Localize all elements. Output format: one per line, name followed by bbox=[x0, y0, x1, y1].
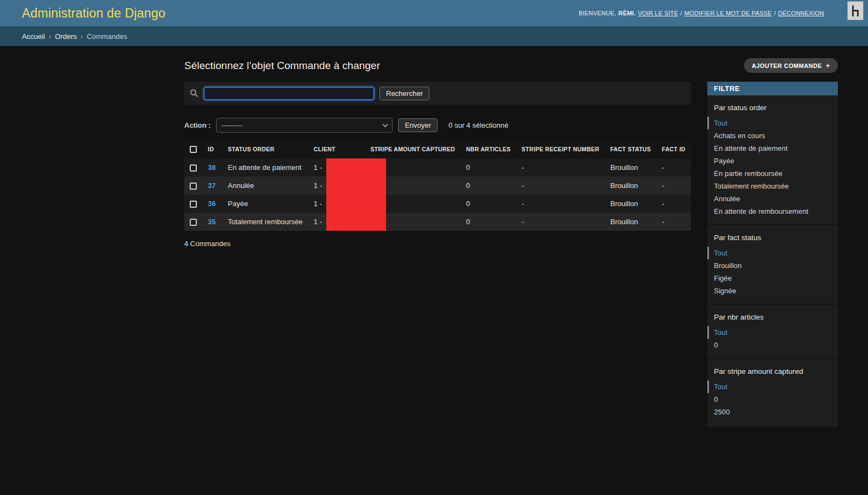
breadcrumb-current: Commandes bbox=[87, 32, 127, 41]
filter-option[interactable]: En attente de remboursement bbox=[707, 205, 838, 218]
filter-option[interactable]: Signée bbox=[707, 285, 838, 297]
stripe-receipt-cell: - bbox=[516, 213, 605, 231]
order-id-link[interactable]: 38 bbox=[208, 163, 215, 172]
breadcrumb-separator-icon: › bbox=[49, 32, 51, 41]
fact-id-cell: - bbox=[656, 213, 691, 231]
column-header-nbr-articles[interactable]: NBR ARTICLES bbox=[461, 140, 516, 158]
filter-option[interactable]: Brouillon bbox=[707, 259, 838, 272]
filter-option[interactable]: Achats en cours bbox=[707, 129, 838, 142]
breadcrumb-app-orders[interactable]: Orders bbox=[55, 32, 77, 41]
debug-toolbar-handle[interactable] bbox=[847, 1, 864, 20]
username: RÉMI. bbox=[619, 10, 636, 16]
filter-option[interactable]: Tout bbox=[707, 247, 838, 259]
filter-group-heading: Par fact status bbox=[707, 225, 838, 247]
redacted-client-value bbox=[326, 177, 386, 195]
filter-option[interactable]: Tout bbox=[707, 326, 838, 339]
fact-status-cell: Brouillon bbox=[605, 158, 656, 177]
page-title: Sélectionnez l’objet Commande à changer bbox=[184, 60, 380, 72]
filter-option[interactable]: Figée bbox=[707, 272, 838, 285]
user-tools-separator: / bbox=[774, 10, 776, 16]
filter-group-stripe-amount: Par stripe amount captured Tout 0 2500 bbox=[707, 359, 838, 420]
filter-option[interactable]: 0 bbox=[707, 339, 838, 351]
result-table: ID STATUS ORDER CLIENT STRIPE AMOUNT CAP… bbox=[184, 140, 691, 231]
filter-option[interactable]: En partie remboursée bbox=[707, 167, 838, 180]
logout-link[interactable]: DÉCONNEXION bbox=[778, 10, 824, 16]
client-cell: 1 - bbox=[308, 195, 365, 213]
breadcrumb-separator-icon: › bbox=[81, 32, 83, 41]
action-select[interactable]: --------- bbox=[216, 118, 393, 133]
add-button-label: AJOUTER COMMANDE bbox=[752, 62, 822, 69]
breadcrumb-home[interactable]: Accueil bbox=[22, 32, 45, 41]
redacted-client-value bbox=[326, 213, 386, 231]
client-cell: 1 - bbox=[308, 213, 365, 231]
column-header-id[interactable]: ID bbox=[202, 140, 223, 158]
column-header-stripe-amount[interactable]: STRIPE AMOUNT CAPTURED bbox=[365, 140, 461, 158]
site-title: Administration de Django bbox=[22, 6, 166, 21]
welcome-text: BIENVENUE, bbox=[578, 10, 616, 16]
filter-option[interactable]: Tout bbox=[707, 117, 838, 129]
status-order-cell: Payée bbox=[223, 195, 309, 213]
search-input[interactable] bbox=[203, 87, 375, 100]
debug-toolbar-icon bbox=[851, 5, 860, 17]
selection-counter: 0 sur 4 sélectionné bbox=[449, 121, 508, 129]
client-cell: 1 - bbox=[308, 177, 365, 195]
actions-bar: Action : --------- Envoyer 0 sur 4 sélec… bbox=[184, 118, 691, 133]
table-row: 35 Totalement remboursée 1 - 2500 0 - Br… bbox=[184, 213, 691, 231]
fact-id-cell: - bbox=[656, 177, 691, 195]
nbr-articles-cell: 0 bbox=[461, 213, 516, 231]
stripe-receipt-cell: - bbox=[516, 177, 605, 195]
client-prefix: 1 - bbox=[314, 218, 322, 226]
fact-status-cell: Brouillon bbox=[605, 213, 656, 231]
select-all-checkbox[interactable] bbox=[190, 146, 197, 153]
row-checkbox[interactable] bbox=[190, 164, 197, 172]
search-button[interactable]: Rechercher bbox=[379, 87, 429, 100]
column-header-client[interactable]: CLIENT bbox=[308, 140, 365, 158]
app-header: Administration de Django BIENVENUE, RÉMI… bbox=[0, 0, 868, 26]
fact-id-cell: - bbox=[656, 158, 691, 177]
status-order-cell: Totalement remboursée bbox=[223, 213, 309, 231]
plus-icon: + bbox=[826, 62, 830, 69]
search-module: Rechercher bbox=[184, 82, 691, 105]
fact-status-cell: Brouillon bbox=[605, 195, 656, 213]
filter-option[interactable]: 2500 bbox=[707, 406, 838, 418]
column-header-status-order[interactable]: STATUS ORDER bbox=[223, 140, 309, 158]
table-header-row: ID STATUS ORDER CLIENT STRIPE AMOUNT CAP… bbox=[184, 140, 691, 158]
column-header-fact-id[interactable]: FACT ID bbox=[656, 140, 691, 158]
row-checkbox[interactable] bbox=[190, 219, 197, 226]
nbr-articles-cell: 0 bbox=[461, 177, 516, 195]
status-order-cell: En attente de paiement bbox=[223, 158, 309, 177]
view-site-link[interactable]: VOIR LE SITE bbox=[638, 10, 678, 16]
filter-group-heading: Par stripe amount captured bbox=[707, 359, 838, 380]
table-row: 38 En attente de paiement 1 - 0 0 - Brou… bbox=[184, 158, 691, 177]
filter-panel-title: FILTRE bbox=[707, 82, 838, 95]
client-prefix: 1 - bbox=[314, 163, 322, 172]
order-id-link[interactable]: 35 bbox=[208, 218, 215, 226]
filter-option[interactable]: Payée bbox=[707, 155, 838, 167]
change-password-link[interactable]: MODIFIER LE MOT DE PASSE bbox=[684, 10, 772, 16]
filter-option[interactable]: Tout bbox=[707, 380, 838, 393]
filter-group-fact-status: Par fact status Tout Brouillon Figée Sig… bbox=[707, 225, 838, 305]
filter-group-nbr-articles: Par nbr articles Tout 0 bbox=[707, 305, 838, 359]
action-submit-button[interactable]: Envoyer bbox=[398, 118, 438, 132]
column-header-stripe-receipt[interactable]: STRIPE RECEIPT NUMBER bbox=[516, 140, 605, 158]
filter-option[interactable]: Annulée bbox=[707, 192, 838, 205]
filter-group-heading: Par nbr articles bbox=[707, 305, 838, 326]
stripe-receipt-cell: - bbox=[516, 195, 605, 213]
stripe-receipt-cell: - bbox=[516, 158, 605, 177]
filter-option[interactable]: En attente de paiement bbox=[707, 142, 838, 155]
fact-id-cell: - bbox=[656, 195, 691, 213]
filter-option[interactable]: 0 bbox=[707, 393, 838, 406]
action-label: Action : bbox=[184, 121, 211, 129]
order-id-link[interactable]: 37 bbox=[208, 181, 215, 190]
order-id-link[interactable]: 36 bbox=[208, 200, 215, 208]
table-row: 37 Annulée 1 - 0 0 - Brouillon - bbox=[184, 177, 691, 195]
column-header-fact-status[interactable]: FACT STATUS bbox=[605, 140, 656, 158]
add-commande-button[interactable]: AJOUTER COMMANDE + bbox=[744, 58, 838, 73]
filter-option[interactable]: Totalement remboursée bbox=[707, 180, 838, 192]
row-checkbox[interactable] bbox=[190, 183, 197, 190]
fact-status-cell: Brouillon bbox=[605, 177, 656, 195]
content-area: Sélectionnez l’objet Commande à changer … bbox=[184, 58, 838, 427]
client-cell: 1 - bbox=[308, 158, 365, 177]
status-order-cell: Annulée bbox=[223, 177, 309, 195]
row-checkbox[interactable] bbox=[190, 201, 197, 208]
